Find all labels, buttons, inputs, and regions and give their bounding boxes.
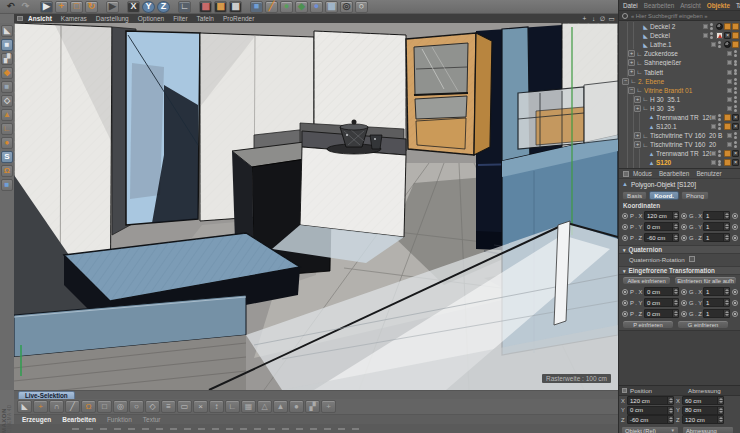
enable-checkbox[interactable]	[727, 142, 732, 147]
orange-tag-icon[interactable]	[724, 123, 731, 130]
visibility-toggles[interactable]	[711, 41, 721, 49]
enable-checkbox[interactable]	[711, 124, 716, 129]
visibility-dots-icon[interactable]	[718, 123, 721, 131]
am-menu-bearbeiten[interactable]: Bearbeiten	[659, 170, 689, 177]
expand-toggle-icon[interactable]: +	[628, 59, 635, 66]
value-field[interactable]: 1	[703, 233, 730, 242]
keyframe-circle-icon[interactable]	[622, 213, 628, 219]
coordinate-system-icon[interactable]: ∟	[178, 1, 191, 13]
move-tool-icon[interactable]: +	[55, 1, 68, 13]
stepper-icon[interactable]	[672, 212, 678, 219]
make-editable-icon[interactable]: ◣	[1, 25, 13, 37]
model-mode-icon[interactable]: ■	[1, 39, 13, 51]
freeze-all-button[interactable]: Alles einfrieren	[622, 276, 671, 285]
object-name[interactable]: Tablett	[644, 69, 727, 76]
x-tag-icon[interactable]: ×	[732, 150, 739, 157]
expand-toggle-icon[interactable]: +	[628, 50, 635, 57]
freeze-p-button[interactable]: P einfrieren	[622, 320, 674, 329]
object-name[interactable]: H 30_35	[650, 105, 727, 112]
orange-tag-icon[interactable]	[724, 114, 731, 121]
keyframe-circle-icon[interactable]	[681, 300, 687, 306]
knife-icon[interactable]: ╱	[65, 400, 80, 413]
add-camera-icon[interactable]: ◎	[340, 1, 353, 13]
keyframe-circle-icon[interactable]	[732, 300, 738, 306]
keyframe-circle-icon[interactable]	[732, 235, 738, 241]
object-row[interactable]: +∟H 30_35.1	[619, 95, 740, 104]
viewport-menu-ansicht[interactable]: Ansicht	[28, 15, 52, 22]
object-row[interactable]: +∟Tablett	[619, 67, 740, 76]
visibility-dots-icon[interactable]	[734, 50, 737, 58]
viewport-menu-kameras[interactable]: Kameras	[61, 15, 87, 22]
texture-mode-icon[interactable]: ▞	[1, 53, 13, 65]
am-menu-benutzer[interactable]: Benutzer	[696, 170, 721, 177]
lock-z-axis-icon[interactable]: Z	[157, 1, 170, 13]
selection-arrow-icon[interactable]: ◣	[17, 400, 32, 413]
expand-toggle-icon[interactable]: +	[634, 141, 641, 148]
value-field[interactable]: 120 cm	[644, 211, 679, 220]
object-row[interactable]: −∟Vitrine Brandt 01	[619, 86, 740, 95]
expand-toggle-icon[interactable]: +	[634, 96, 641, 103]
object-name[interactable]: Sahnegießer	[644, 59, 727, 66]
render-settings-icon[interactable]: ▦	[229, 1, 242, 13]
enable-checkbox[interactable]	[727, 97, 732, 102]
stepper-icon[interactable]	[672, 288, 678, 295]
om-menu-bearbeiten[interactable]: Bearbeiten	[644, 2, 674, 9]
enable-checkbox[interactable]	[711, 160, 716, 165]
untriangulate-icon[interactable]: △	[257, 400, 272, 413]
visibility-toggles[interactable]	[711, 150, 721, 158]
edges-mode-icon[interactable]: ◇	[1, 95, 13, 107]
orange-tag-icon[interactable]	[732, 23, 739, 30]
value-field[interactable]: 120 cm	[627, 396, 674, 405]
keyframe-circle-icon[interactable]	[681, 235, 687, 241]
orange-tag-icon[interactable]	[732, 32, 739, 39]
keyframe-circle-icon[interactable]	[681, 213, 687, 219]
x-tag-icon[interactable]: ×	[732, 159, 739, 166]
subdivide-icon[interactable]: ▦	[241, 400, 256, 413]
snap-toggle-icon[interactable]: S	[1, 151, 13, 163]
object-row[interactable]: +∟Tischvitrine TV 160_20 B	[619, 131, 740, 140]
value-field[interactable]: 0 cm	[644, 309, 679, 318]
polygons-mode-icon[interactable]: ▲	[1, 109, 13, 121]
enable-checkbox[interactable]	[727, 70, 732, 75]
add-spline-pen-icon[interactable]: ╱	[265, 1, 278, 13]
value-field[interactable]: 1	[703, 298, 730, 307]
value-field[interactable]: -60 cm	[644, 233, 679, 242]
visibility-dots-icon[interactable]	[710, 32, 713, 40]
enable-checkbox[interactable]	[727, 79, 732, 84]
expand-toggle-icon[interactable]: +	[634, 132, 641, 139]
enable-checkbox[interactable]	[727, 51, 732, 56]
pan-view-icon[interactable]: +	[580, 15, 589, 23]
add-environment-icon[interactable]: ●	[310, 1, 323, 13]
visibility-dots-icon[interactable]	[718, 41, 721, 49]
object-row[interactable]: ▲Trennwand TR_120_A.1×	[619, 113, 740, 122]
object-name[interactable]: 2. Ebene	[638, 78, 727, 85]
enable-checkbox[interactable]	[711, 42, 716, 47]
position-mode-dropdown[interactable]: Objekt (Rel)▼	[621, 426, 679, 433]
visibility-toggles[interactable]	[711, 123, 721, 131]
om-menu-tags[interactable]: Tags	[736, 2, 740, 9]
stepper-icon[interactable]	[723, 288, 729, 295]
stepper-icon[interactable]	[723, 299, 729, 306]
enable-checkbox[interactable]	[727, 88, 732, 93]
enable-checkbox[interactable]	[727, 60, 732, 65]
enable-checkbox[interactable]	[711, 115, 716, 120]
enable-checkbox[interactable]	[711, 151, 716, 156]
visibility-toggles[interactable]	[727, 141, 737, 149]
visibility-dots-icon[interactable]	[718, 159, 721, 167]
stepper-icon[interactable]	[672, 310, 678, 317]
last-used-tool-icon[interactable]: ▶	[106, 1, 119, 13]
value-field[interactable]: 120 cm	[682, 415, 724, 424]
visibility-dots-icon[interactable]	[734, 132, 737, 140]
visibility-toggles[interactable]	[703, 32, 713, 40]
visibility-toggles[interactable]	[727, 77, 737, 85]
object-row[interactable]: ◣Deckel 2	[619, 22, 740, 31]
stepper-icon[interactable]	[717, 407, 723, 414]
visibility-toggles[interactable]	[703, 23, 713, 31]
zoom-view-icon[interactable]: ↓	[589, 15, 598, 23]
stitch-icon[interactable]: ∟	[225, 400, 240, 413]
object-name[interactable]: Tischvitrine TV 160_20 B	[650, 132, 727, 139]
keyframe-circle-icon[interactable]	[622, 289, 628, 295]
keyframe-circle-icon[interactable]	[681, 224, 687, 230]
frozen-transform-section[interactable]: ▾ Eingefrorene Transformation	[619, 266, 740, 275]
visibility-dots-icon[interactable]	[734, 105, 737, 113]
